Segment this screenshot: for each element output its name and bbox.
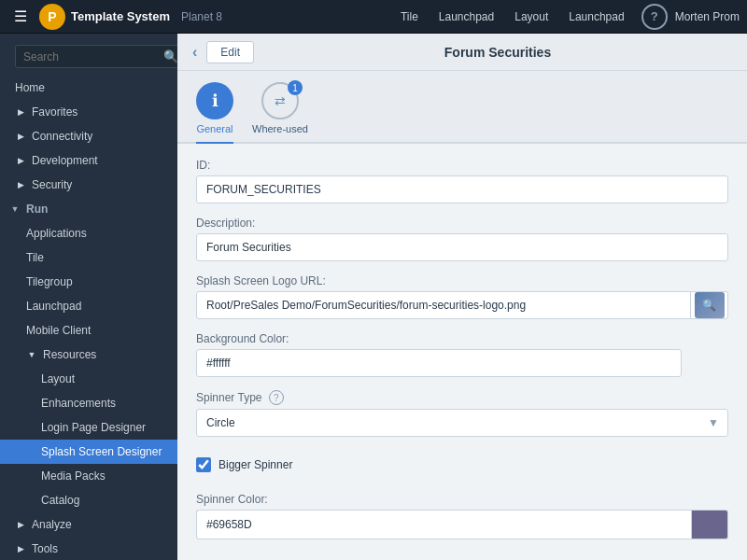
app-logo: P <box>39 4 65 30</box>
tab-where-used-label: Where-used <box>252 123 308 134</box>
search-input[interactable] <box>23 50 163 63</box>
sidebar: 🔍 ≫ ⊞ Home ▶Favorites ▶Connectivity ▶Dev… <box>0 34 177 560</box>
sidebar-item-connectivity[interactable]: ▶Connectivity <box>0 124 177 148</box>
id-field-group: ID: <box>196 159 728 203</box>
logo-url-field-group: Splash Screen Logo URL: <box>196 274 728 319</box>
description-field-group: Description: <box>196 217 728 261</box>
sidebar-nav: Home ▶Favorites ▶Connectivity ▶Developme… <box>0 76 177 560</box>
spinner-type-field-group: Spinner Type ? Circle Square Dots ▼ <box>196 390 728 437</box>
description-input[interactable] <box>196 233 728 261</box>
help-button[interactable]: ? <box>641 4 668 30</box>
app-subtitle: Planet 8 <box>181 10 222 23</box>
tab-general-icon: ℹ <box>196 82 233 119</box>
sidebar-item-development[interactable]: ▶Development <box>0 148 177 173</box>
sidebar-item-tilegroup[interactable]: Tilegroup <box>0 270 177 294</box>
spinner-color-swatch[interactable] <box>691 510 728 539</box>
back-button[interactable]: ‹ <box>192 44 197 61</box>
body-area: 🔍 ≫ ⊞ Home ▶Favorites ▶Connectivity ▶Dev… <box>0 34 747 560</box>
sidebar-item-splash-screen-designer[interactable]: Splash Screen Designer <box>0 440 177 464</box>
bg-color-label: Background Color: <box>196 332 728 345</box>
bg-color-field-group: Background Color: <box>196 332 728 377</box>
logo-url-label: Splash Screen Logo URL: <box>196 274 728 287</box>
id-input[interactable] <box>196 175 728 203</box>
spinner-color-input-container <box>196 510 728 539</box>
main-content: ‹ Edit Forum Securities ℹ General ⇄ 1 Wh… <box>177 34 747 560</box>
content-header: ‹ Edit Forum Securities <box>177 34 747 71</box>
spinner-type-select[interactable]: Circle Square Dots <box>196 409 728 437</box>
sidebar-item-launchpad[interactable]: Launchpad <box>0 294 177 318</box>
tab-where-used-badge: 1 <box>288 80 303 95</box>
sidebar-item-resources[interactable]: ▼Resources <box>0 343 177 367</box>
page-title: Forum Securities <box>263 45 732 60</box>
nav-links: Tile Launchpad Layout Launchpad <box>391 7 634 27</box>
sidebar-item-run[interactable]: ▼Run <box>0 197 177 221</box>
tabs-area: ℹ General ⇄ 1 Where-used <box>177 71 747 144</box>
sidebar-item-security[interactable]: ▶Security <box>0 173 177 197</box>
logo-preview <box>695 292 725 318</box>
spinner-type-label: Spinner Type ? <box>196 390 728 405</box>
tab-general[interactable]: ℹ General <box>196 82 233 144</box>
tab-where-used[interactable]: ⇄ 1 Where-used <box>252 82 308 142</box>
nav-link-tile[interactable]: Tile <box>391 7 428 27</box>
top-nav: ☰ P Template System Planet 8 Tile Launch… <box>0 0 747 34</box>
sidebar-item-analyze[interactable]: ▶Analyze <box>0 512 177 537</box>
spinner-color-field-group: Spinner Color: <box>196 493 728 539</box>
spinner-type-select-wrap: Circle Square Dots ▼ <box>196 409 728 437</box>
nav-link-layout[interactable]: Layout <box>505 7 557 27</box>
sidebar-item-applications[interactable]: Applications <box>0 221 177 245</box>
nav-link-launchpad1[interactable]: Launchpad <box>430 7 503 27</box>
sidebar-item-favorites[interactable]: ▶Favorites <box>0 100 177 124</box>
app-title: Template System <box>71 9 170 23</box>
form-area: ID: Description: Splash Screen Logo URL:… <box>177 144 747 560</box>
sidebar-item-tile[interactable]: Tile <box>0 245 177 270</box>
spinner-color-input[interactable] <box>196 510 691 539</box>
sidebar-item-tools[interactable]: ▶Tools <box>0 537 177 560</box>
sidebar-item-home[interactable]: Home <box>0 76 177 100</box>
nav-link-launchpad2[interactable]: Launchpad <box>559 7 633 27</box>
sidebar-item-catalog[interactable]: Catalog <box>0 488 177 512</box>
search-icon: 🔍 <box>163 49 177 63</box>
tab-general-label: General <box>196 123 233 134</box>
spinner-color-label: Spinner Color: <box>196 493 728 506</box>
sidebar-item-media-packs[interactable]: Media Packs <box>0 464 177 488</box>
sidebar-item-mobile-client[interactable]: Mobile Client <box>0 318 177 343</box>
user-menu[interactable]: Morten Prom <box>675 10 740 23</box>
spinner-type-help-icon[interactable]: ? <box>269 390 284 405</box>
sidebar-search-container: 🔍 <box>15 45 177 68</box>
bigger-spinner-group: Bigger Spinner <box>196 450 728 480</box>
description-label: Description: <box>196 217 728 230</box>
hamburger-menu[interactable]: ☰ <box>7 4 34 30</box>
edit-button[interactable]: Edit <box>206 41 254 63</box>
logo-url-input-container <box>196 291 728 319</box>
logo-url-input[interactable] <box>196 291 691 319</box>
logo-url-addon[interactable] <box>691 291 728 319</box>
sidebar-item-enhancements[interactable]: Enhancements <box>0 391 177 415</box>
sidebar-item-login-page-designer[interactable]: Login Page Designer <box>0 415 177 440</box>
id-label: ID: <box>196 159 728 172</box>
bigger-spinner-label: Bigger Spinner <box>218 458 292 471</box>
bg-color-input[interactable] <box>196 349 682 377</box>
bigger-spinner-checkbox[interactable] <box>196 457 211 472</box>
sidebar-item-layout[interactable]: Layout <box>0 367 177 391</box>
